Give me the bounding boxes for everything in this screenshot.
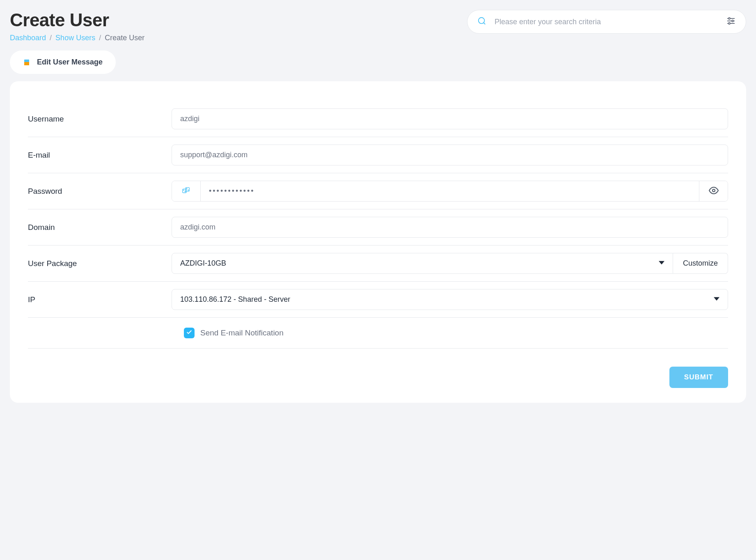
edit-user-message-button[interactable]: Edit User Message — [10, 50, 116, 74]
password-reveal-button[interactable] — [699, 181, 728, 201]
send-email-checkbox[interactable] — [184, 328, 195, 338]
user-package-select[interactable]: AZDIGI-10GB — [172, 253, 673, 274]
svg-rect-9 — [24, 62, 29, 63]
svg-point-13 — [183, 190, 183, 190]
customize-button[interactable]: Customize — [673, 253, 728, 274]
breadcrumb-dashboard[interactable]: Dashboard — [10, 34, 46, 42]
email-label: E-mail — [28, 151, 172, 160]
message-icon — [23, 59, 30, 66]
breadcrumb-current: Create User — [105, 34, 144, 42]
password-label: Password — [28, 187, 172, 196]
svg-line-1 — [483, 23, 485, 24]
dice-icon — [182, 186, 191, 196]
domain-label: Domain — [28, 223, 172, 232]
email-input[interactable] — [172, 145, 728, 165]
username-input[interactable] — [172, 108, 728, 129]
edit-user-message-label: Edit User Message — [37, 58, 103, 67]
submit-button[interactable]: SUBMIT — [669, 367, 728, 388]
breadcrumb-sep: / — [99, 34, 101, 42]
chevron-down-icon — [659, 259, 664, 268]
search-bar[interactable] — [467, 10, 746, 34]
breadcrumb-show-users[interactable]: Show Users — [55, 34, 95, 42]
svg-point-7 — [729, 23, 730, 24]
user-package-label: User Package — [28, 259, 172, 268]
check-icon — [186, 329, 192, 337]
svg-point-5 — [732, 20, 733, 22]
svg-point-15 — [186, 188, 187, 189]
username-label: Username — [28, 115, 172, 124]
svg-rect-10 — [24, 63, 29, 65]
search-icon — [477, 16, 486, 27]
user-package-selected: AZDIGI-10GB — [180, 259, 226, 268]
ip-selected: 103.110.86.172 - Shared - Server — [180, 295, 290, 304]
search-input[interactable] — [495, 18, 718, 26]
ip-label: IP — [28, 295, 172, 304]
svg-point-0 — [479, 18, 485, 24]
breadcrumb-sep: / — [50, 34, 52, 42]
breadcrumb: Dashboard / Show Users / Create User — [10, 34, 451, 42]
svg-point-14 — [185, 191, 185, 192]
domain-input[interactable] — [172, 217, 728, 238]
send-email-label: Send E-mail Notification — [200, 328, 284, 337]
eye-icon — [709, 186, 719, 197]
password-input[interactable] — [201, 181, 699, 201]
svg-point-16 — [188, 190, 188, 190]
svg-point-3 — [729, 18, 730, 19]
ip-select[interactable]: 103.110.86.172 - Shared - Server — [172, 289, 728, 310]
svg-point-17 — [712, 189, 715, 192]
create-user-form-card: Username E-mail Password — [10, 81, 746, 403]
chevron-down-icon — [714, 295, 719, 304]
password-generate-button[interactable] — [172, 181, 201, 201]
filter-icon[interactable] — [726, 16, 736, 28]
page-title: Create User — [10, 10, 451, 30]
